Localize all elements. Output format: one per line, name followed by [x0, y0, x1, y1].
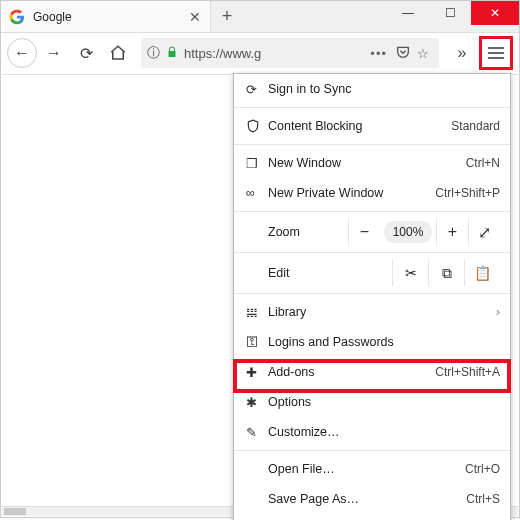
window-icon: ❐: [246, 156, 268, 171]
menu-save-page-as[interactable]: Save Page As… Ctrl+S: [234, 484, 510, 514]
zoom-in-button[interactable]: +: [436, 219, 468, 245]
sync-icon: ⟳: [246, 82, 268, 97]
tab-google[interactable]: Google ✕: [1, 1, 211, 32]
menu-addons[interactable]: ✚ Add-ons Ctrl+Shift+A: [234, 357, 510, 387]
menu-new-private-window[interactable]: ∞ New Private Window Ctrl+Shift+P: [234, 178, 510, 208]
minimize-button[interactable]: —: [387, 1, 429, 25]
menu-customize[interactable]: ✎ Customize…: [234, 417, 510, 447]
paintbrush-icon: ✎: [246, 425, 268, 440]
app-menu: ⟳ Sign in to Sync Content Blocking Stand…: [233, 73, 511, 520]
lock-icon: [166, 46, 178, 61]
chevron-right-icon: ›: [496, 305, 500, 319]
title-bar: Google ✕ + — ☐ ✕: [1, 1, 519, 33]
menu-content-blocking[interactable]: Content Blocking Standard: [234, 111, 510, 141]
menu-library[interactable]: 𝍐 Library ›: [234, 297, 510, 327]
home-button[interactable]: [103, 38, 133, 68]
menu-sign-in-sync[interactable]: ⟳ Sign in to Sync: [234, 74, 510, 104]
app-menu-button[interactable]: [479, 36, 513, 70]
new-tab-button[interactable]: +: [211, 1, 243, 32]
menu-logins[interactable]: ⚿ Logins and Passwords: [234, 327, 510, 357]
menu-new-window[interactable]: ❐ New Window Ctrl+N: [234, 148, 510, 178]
hamburger-icon: [488, 47, 504, 59]
google-favicon-icon: [9, 9, 25, 25]
mask-icon: ∞: [246, 186, 268, 200]
menu-zoom: Zoom − 100% + ⤢: [234, 215, 510, 249]
page-actions-icon[interactable]: •••: [370, 46, 387, 61]
cut-button[interactable]: ✂: [392, 260, 428, 286]
tab-title: Google: [33, 10, 188, 24]
pocket-icon[interactable]: [393, 44, 413, 63]
url-text: https://www.g: [184, 46, 364, 61]
tab-close-icon[interactable]: ✕: [188, 9, 202, 25]
site-info-icon[interactable]: ⓘ: [147, 44, 160, 62]
back-button[interactable]: ←: [7, 38, 37, 68]
close-window-button[interactable]: ✕: [471, 1, 519, 25]
menu-options[interactable]: ✱ Options: [234, 387, 510, 417]
shield-icon: [246, 119, 268, 133]
library-icon: 𝍐: [246, 305, 268, 320]
menu-edit: Edit ✂ ⧉ 📋: [234, 256, 510, 290]
maximize-button[interactable]: ☐: [429, 1, 471, 25]
scrollbar-thumb[interactable]: [4, 508, 26, 515]
fullscreen-button[interactable]: ⤢: [468, 219, 500, 245]
address-bar[interactable]: ⓘ https://www.g ••• ☆: [141, 38, 439, 68]
window-controls: — ☐ ✕: [387, 1, 519, 32]
reload-button[interactable]: ⟳: [71, 38, 101, 68]
copy-button[interactable]: ⧉: [428, 260, 464, 286]
key-icon: ⚿: [246, 335, 268, 349]
overflow-button[interactable]: »: [447, 38, 477, 68]
browser-window: Google ✕ + — ☐ ✕ ← → ⟳ ⓘ https://www.g •…: [0, 0, 520, 518]
bookmark-star-icon[interactable]: ☆: [413, 46, 433, 61]
paste-button[interactable]: 📋: [464, 260, 500, 286]
menu-open-file[interactable]: Open File… Ctrl+O: [234, 454, 510, 484]
menu-print[interactable]: 🖶 Print…: [234, 514, 510, 520]
puzzle-icon: ✚: [246, 365, 268, 380]
zoom-out-button[interactable]: −: [348, 219, 380, 245]
navigation-toolbar: ← → ⟳ ⓘ https://www.g ••• ☆ »: [1, 33, 519, 73]
forward-button[interactable]: →: [39, 38, 69, 68]
zoom-value[interactable]: 100%: [384, 221, 432, 243]
gear-icon: ✱: [246, 395, 268, 410]
